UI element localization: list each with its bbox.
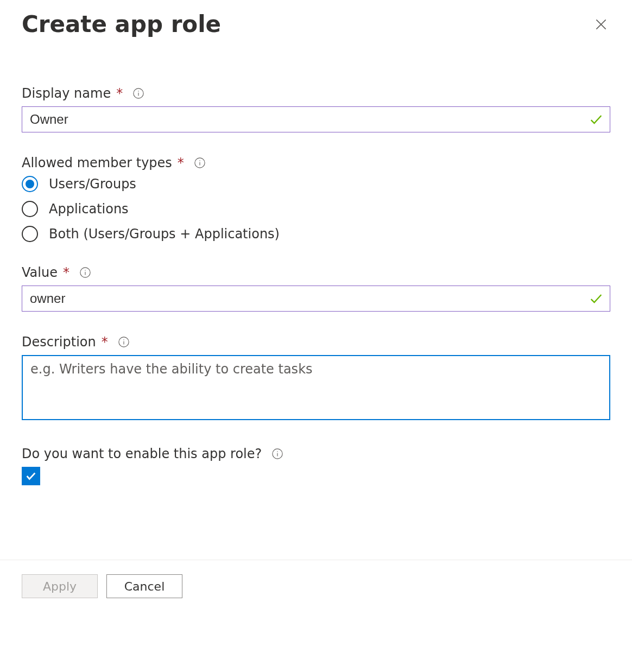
create-app-role-panel: Create app role Display name * xyxy=(0,0,632,672)
radio-icon xyxy=(22,176,38,192)
required-asterisk: * xyxy=(102,334,108,350)
description-label-row: Description * xyxy=(22,334,610,350)
value-label: Value xyxy=(22,265,58,280)
close-button[interactable] xyxy=(592,15,610,34)
info-icon[interactable] xyxy=(271,448,283,460)
allowed-member-types-label: Allowed member types xyxy=(22,155,172,170)
description-field: Description * xyxy=(22,334,610,423)
allowed-member-types-field: Allowed member types * Users/Groups Appl… xyxy=(22,155,610,242)
enable-label: Do you want to enable this app role? xyxy=(22,446,262,461)
display-name-input-wrap xyxy=(22,106,610,132)
radio-label: Users/Groups xyxy=(49,176,136,192)
display-name-input[interactable] xyxy=(22,106,610,132)
allowed-member-types-label-row: Allowed member types * xyxy=(22,155,610,170)
required-asterisk: * xyxy=(178,155,184,170)
description-label: Description xyxy=(22,334,96,350)
value-field: Value * xyxy=(22,265,610,312)
info-icon[interactable] xyxy=(118,336,130,348)
radio-icon xyxy=(22,226,38,242)
info-icon[interactable] xyxy=(79,267,91,278)
cancel-button[interactable]: Cancel xyxy=(106,574,182,598)
enable-label-row: Do you want to enable this app role? xyxy=(22,446,610,461)
panel-title: Create app role xyxy=(22,12,221,37)
enable-field: Do you want to enable this app role? xyxy=(22,446,610,485)
svg-point-12 xyxy=(123,339,124,340)
display-name-label-row: Display name * xyxy=(22,86,610,101)
svg-point-3 xyxy=(138,91,138,91)
svg-point-6 xyxy=(199,160,200,161)
required-asterisk: * xyxy=(63,265,69,280)
radio-both[interactable]: Both (Users/Groups + Applications) xyxy=(22,226,610,242)
description-textarea[interactable] xyxy=(22,355,610,420)
apply-button[interactable]: Apply xyxy=(22,574,98,598)
radio-label: Applications xyxy=(49,201,129,217)
radio-label: Both (Users/Groups + Applications) xyxy=(49,226,280,242)
checkmark-icon xyxy=(25,470,37,482)
display-name-field: Display name * xyxy=(22,86,610,132)
panel-header: Create app role xyxy=(22,12,610,37)
info-icon[interactable] xyxy=(194,157,206,169)
info-icon[interactable] xyxy=(132,87,144,99)
radio-users-groups[interactable]: Users/Groups xyxy=(22,176,610,192)
value-label-row: Value * xyxy=(22,265,610,280)
close-icon xyxy=(594,17,608,31)
value-input-wrap xyxy=(22,286,610,312)
radio-applications[interactable]: Applications xyxy=(22,201,610,217)
display-name-label: Display name xyxy=(22,86,111,101)
enable-checkbox[interactable] xyxy=(22,467,40,485)
svg-point-9 xyxy=(85,270,85,270)
enable-checkbox-row xyxy=(22,467,610,485)
svg-point-15 xyxy=(277,451,278,452)
allowed-member-types-radio-group: Users/Groups Applications Both (Users/Gr… xyxy=(22,176,610,242)
radio-icon xyxy=(22,201,38,217)
value-input[interactable] xyxy=(22,286,610,312)
required-asterisk: * xyxy=(116,86,123,101)
panel-footer: Apply Cancel xyxy=(0,560,632,612)
